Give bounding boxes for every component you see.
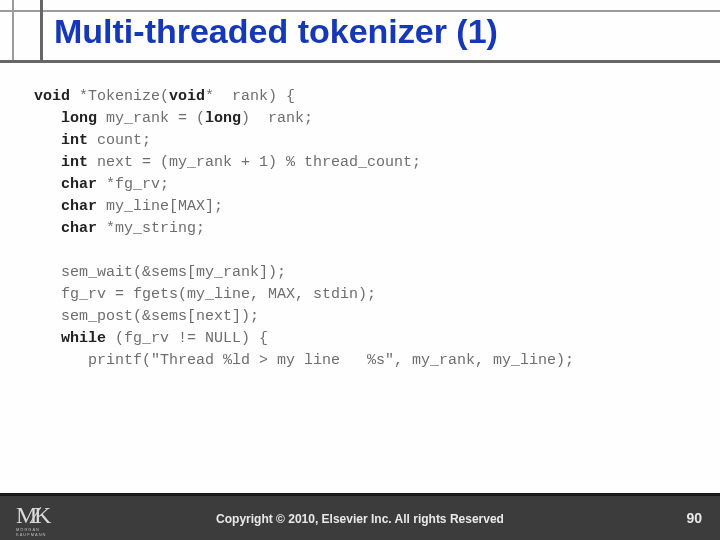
kw-long: long (61, 110, 97, 127)
kw-char: char (61, 198, 97, 215)
kw-int: int (61, 132, 88, 149)
kw-int: int (61, 154, 88, 171)
kw-long: long (205, 110, 241, 127)
code-text: sem_wait(&sems[my_rank]); (61, 264, 286, 281)
code-text: * rank) { (205, 88, 295, 105)
slide: Multi-threaded tokenizer (1) void *Token… (0, 0, 720, 540)
page-number: 90 (686, 510, 702, 526)
code-text: sem_post(&sems[next]); (61, 308, 259, 325)
kw-char: char (61, 220, 97, 237)
grid-line-h2 (0, 60, 720, 63)
slide-title: Multi-threaded tokenizer (1) (54, 12, 498, 51)
code-text: *my_string; (97, 220, 205, 237)
code-text: my_line[MAX]; (97, 198, 223, 215)
kw-char: char (61, 176, 97, 193)
code-text: *fg_rv; (97, 176, 169, 193)
code-text: *Tokenize( (70, 88, 169, 105)
code-text: (fg_rv != NULL) { (106, 330, 268, 347)
kw-while: while (61, 330, 106, 347)
grid-line-v2 (40, 0, 43, 62)
kw-void: void (34, 88, 70, 105)
code-text: my_rank = ( (97, 110, 205, 127)
code-text: count; (88, 132, 151, 149)
kw-void: void (169, 88, 205, 105)
grid-line-v1 (12, 0, 14, 62)
code-text: next = (my_rank + 1) % thread_count; (88, 154, 421, 171)
code-text: fg_rv = fgets(my_line, MAX, stdin); (61, 286, 376, 303)
copyright-text: Copyright © 2010, Elsevier Inc. All righ… (0, 512, 720, 526)
code-text: ) rank; (241, 110, 313, 127)
footer-bar: M/K MORGAN KAUFMANN Copyright © 2010, El… (0, 496, 720, 540)
code-text: printf("Thread %ld > my line %s", my_ran… (88, 352, 574, 369)
code-block: void *Tokenize(void* rank) { long my_ran… (34, 86, 574, 372)
